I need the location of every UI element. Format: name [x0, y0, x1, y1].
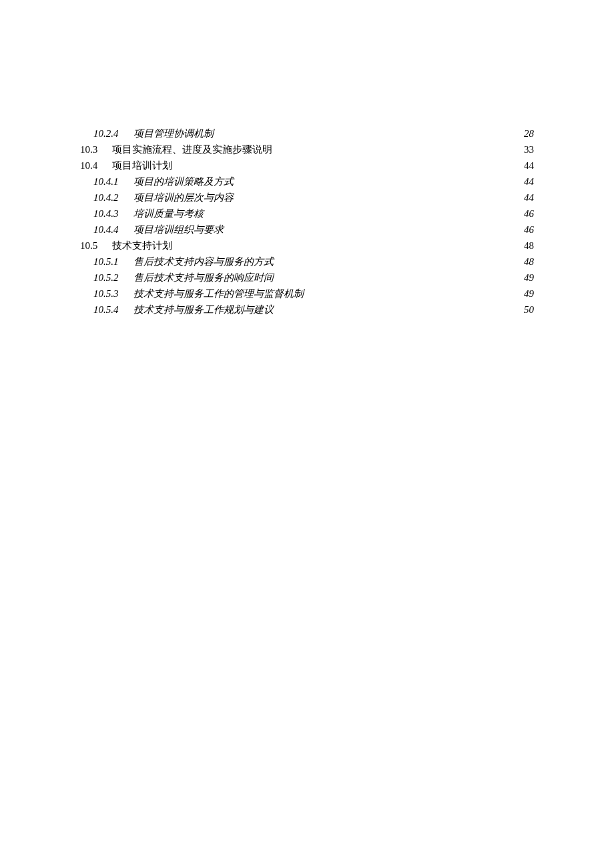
toc-entry: 10.4.2 项目培训的层次与内容 44 [80, 189, 534, 205]
toc-entry-title: 技术支持与服务工作规划与建议 [133, 302, 274, 318]
toc-entry-title: 项目实施流程、进度及实施步骤说明 [112, 141, 272, 157]
toc-entry: 10.3 项目实施流程、进度及实施步骤说明 33 [80, 141, 534, 157]
toc-entry: 10.2.4 项目管理协调机制 28 [80, 125, 534, 141]
toc-entry-page: 46 [518, 205, 534, 222]
toc-entry: 10.5.4 技术支持与服务工作规划与建议 50 [80, 302, 534, 318]
toc-entry-number: 10.5 [80, 238, 97, 254]
toc-entry-number: 10.5.4 [93, 302, 119, 318]
toc-entry-number: 10.4.4 [93, 222, 119, 238]
toc-entry-page: 46 [518, 222, 534, 238]
toc-entry-title: 项目培训计划 [112, 157, 172, 173]
toc-entry: 10.5.1 售后技术支持内容与服务的方式 48 [80, 254, 534, 270]
toc-entry-page: 33 [518, 141, 534, 157]
toc-entry-page: 44 [518, 157, 534, 173]
toc-entry-page: 48 [518, 238, 534, 254]
toc-entry-number: 10.2.4 [93, 125, 119, 141]
toc-entry-number: 10.4.2 [93, 189, 119, 205]
toc-entry-page: 44 [518, 173, 534, 189]
toc-entry-number: 10.5.2 [93, 270, 119, 286]
toc-entry-page: 48 [518, 254, 534, 270]
toc-entry: 10.4.4 项目培训组织与要求 46 [80, 222, 534, 238]
toc-entry: 10.5 技术支持计划 48 [80, 238, 534, 254]
toc-entry-number: 10.4.1 [93, 173, 119, 189]
toc-entry-number: 10.4.3 [93, 205, 119, 222]
toc-entry: 10.4 项目培训计划 44 [80, 157, 534, 173]
toc-entry-title: 项目培训组织与要求 [133, 222, 224, 238]
toc-entry-number: 10.4 [80, 157, 97, 173]
toc-entry-title: 项目培训的层次与内容 [133, 189, 234, 205]
toc-entry-number: 10.3 [80, 141, 97, 157]
toc-entry-page: 50 [518, 302, 534, 318]
toc-entry: 10.5.3 技术支持与服务工作的管理与监督机制 49 [80, 286, 534, 302]
toc-entry-number: 10.5.3 [93, 286, 119, 302]
toc-entry-title: 技术支持计划 [112, 238, 172, 254]
toc-entry-title: 项目的培训策略及方式 [133, 173, 234, 189]
toc-entry-number: 10.5.1 [93, 254, 119, 270]
document-page: 10.2.4 项目管理协调机制 28 10.3 项目实施流程、进度及实施步骤说明… [0, 0, 614, 318]
toc-entry-page: 49 [518, 270, 534, 286]
toc-entry-page: 44 [518, 189, 534, 205]
toc-entry-page: 49 [518, 286, 534, 302]
toc-entry: 10.4.1 项目的培训策略及方式 44 [80, 173, 534, 189]
toc-entry-title: 项目管理协调机制 [133, 125, 214, 141]
toc-entry-title: 售后技术支持与服务的响应时间 [133, 270, 274, 286]
toc-entry-title: 培训质量与考核 [133, 205, 204, 222]
toc-entry: 10.5.2 售后技术支持与服务的响应时间 49 [80, 270, 534, 286]
toc-entry: 10.4.3 培训质量与考核 46 [80, 205, 534, 222]
toc-entry-title: 售后技术支持内容与服务的方式 [133, 254, 274, 270]
toc-entry-page: 28 [518, 125, 534, 141]
toc-entry-title: 技术支持与服务工作的管理与监督机制 [133, 286, 304, 302]
